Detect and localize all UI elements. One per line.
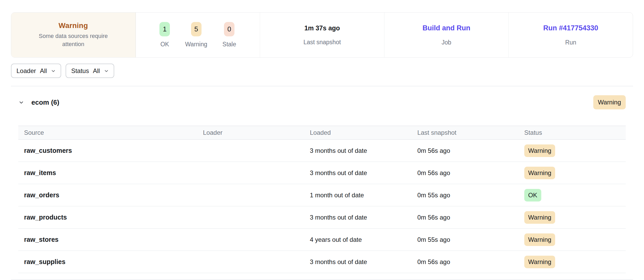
row-status-badge: Warning [524, 256, 555, 268]
cell-last-snapshot: 0m 56s ago [417, 139, 524, 162]
sources-table: Source Loader Loaded Last snapshot Statu… [18, 126, 626, 273]
loader-filter-label: Loader [16, 67, 36, 75]
cell-status: OK [524, 184, 626, 206]
filter-bar: Loader All Status All [11, 64, 633, 78]
summary-bar: Warning Some data sources require attent… [11, 12, 633, 58]
cell-source: raw_orders [18, 184, 203, 206]
stale-count-pill: 0 [224, 22, 234, 36]
row-status-badge: Warning [524, 144, 555, 157]
col-header-source: Source [18, 126, 203, 139]
overall-status-card: Warning Some data sources require attent… [11, 13, 136, 57]
status-counters-card: 1 OK 5 Warning 0 Stale [136, 13, 260, 57]
table-row[interactable]: raw_orders 1 month out of date 0m 55s ag… [18, 184, 626, 206]
status-filter-label: Status [71, 67, 89, 75]
chevron-down-icon [104, 69, 109, 73]
cell-last-snapshot: 0m 56s ago [417, 206, 524, 228]
cell-loaded: 3 months out of date [310, 162, 417, 184]
cell-last-snapshot: 0m 55s ago [417, 184, 524, 206]
status-filter-value: All [93, 67, 100, 75]
warning-count-label: Warning [185, 41, 207, 48]
cell-loader [203, 139, 310, 162]
cell-loader [203, 184, 310, 206]
section-divider [11, 86, 633, 86]
row-status-badge: OK [524, 189, 541, 201]
last-snapshot-label: Last snapshot [303, 39, 341, 46]
group-name: ecom (6) [31, 98, 59, 107]
counter-ok: 1 OK [159, 22, 170, 48]
counter-stale: 0 Stale [222, 22, 236, 48]
job-label: Job [442, 39, 451, 46]
col-header-loaded: Loaded [310, 126, 417, 139]
table-body: raw_customers 3 months out of date 0m 56… [18, 139, 626, 273]
cell-loaded: 3 months out of date [310, 139, 417, 162]
row-status-badge: Warning [524, 211, 555, 224]
counter-warning: 5 Warning [185, 22, 207, 48]
cell-loader [203, 228, 310, 251]
table-header: Source Loader Loaded Last snapshot Statu… [18, 126, 626, 139]
warning-count-pill: 5 [191, 22, 202, 36]
col-header-loader: Loader [203, 126, 310, 139]
status-counters: 1 OK 5 Warning 0 Stale [159, 22, 236, 48]
job-link[interactable]: Build and Run [423, 24, 470, 32]
loader-filter-dropdown[interactable]: Loader All [11, 64, 61, 78]
row-status-badge: Warning [524, 233, 555, 246]
cell-status: Warning [524, 206, 626, 228]
col-header-status: Status [524, 126, 626, 139]
cell-status: Warning [524, 251, 626, 273]
stale-count-label: Stale [222, 41, 236, 48]
ecom-group-section: ecom (6) Warning Source Loader Loaded La… [18, 95, 626, 273]
job-card: Build and Run Job [384, 13, 509, 57]
group-status-badge: Warning [593, 95, 626, 109]
cell-last-snapshot: 0m 56s ago [417, 251, 524, 273]
group-header-ecom[interactable]: ecom (6) Warning [18, 95, 626, 109]
cell-loader [203, 206, 310, 228]
data-sources-page: Warning Some data sources require attent… [0, 0, 644, 280]
cell-source: raw_customers [18, 139, 203, 162]
table-row[interactable]: raw_supplies 3 months out of date 0m 56s… [18, 251, 626, 273]
overall-status-title: Warning [59, 21, 88, 30]
cell-source: raw_supplies [18, 251, 203, 273]
ok-count-pill: 1 [159, 22, 170, 36]
chevron-down-icon [51, 69, 56, 73]
table-row[interactable]: raw_products 3 months out of date 0m 56s… [18, 206, 626, 228]
col-header-last-snapshot: Last snapshot [417, 126, 524, 139]
cell-loaded: 3 months out of date [310, 251, 417, 273]
run-label: Run [565, 39, 576, 46]
cell-status: Warning [524, 228, 626, 251]
run-card: Run #417754330 Run [508, 13, 633, 57]
cell-source: raw_products [18, 206, 203, 228]
collapse-chevron-icon[interactable] [18, 99, 24, 105]
overall-status-subtitle: Some data sources require attention [30, 32, 116, 48]
cell-last-snapshot: 0m 56s ago [417, 162, 524, 184]
table-row[interactable]: raw_customers 3 months out of date 0m 56… [18, 139, 626, 162]
status-filter-dropdown[interactable]: Status All [66, 64, 114, 78]
run-link[interactable]: Run #417754330 [543, 24, 598, 32]
cell-source: raw_stores [18, 228, 203, 251]
cell-last-snapshot: 0m 55s ago [417, 228, 524, 251]
table-row[interactable]: raw_stores 4 years out of date 0m 55s ag… [18, 228, 626, 251]
cell-source: raw_items [18, 162, 203, 184]
table-row[interactable]: raw_items 3 months out of date 0m 56s ag… [18, 162, 626, 184]
ok-count-label: OK [160, 41, 169, 48]
last-snapshot-card: 1m 37s ago Last snapshot [260, 13, 384, 57]
cell-status: Warning [524, 162, 626, 184]
cell-loader [203, 251, 310, 273]
cell-loader [203, 162, 310, 184]
cell-loaded: 1 month out of date [310, 184, 417, 206]
group-header-left: ecom (6) [18, 98, 59, 107]
last-snapshot-value: 1m 37s ago [304, 24, 340, 32]
loader-filter-value: All [40, 67, 47, 75]
cell-status: Warning [524, 139, 626, 162]
row-status-badge: Warning [524, 167, 555, 179]
cell-loaded: 3 months out of date [310, 206, 417, 228]
cell-loaded: 4 years out of date [310, 228, 417, 251]
